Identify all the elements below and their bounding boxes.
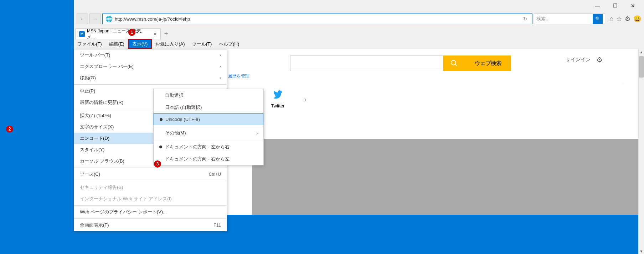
submenu-arrow-explorer: ›	[220, 64, 221, 69]
selected-bullet-utf8	[160, 118, 163, 121]
submenu-other-arrow: ›	[256, 131, 258, 136]
dropdown-item-source[interactable]: ソース(C) Ctrl+U	[74, 169, 227, 180]
minimize-button[interactable]: —	[589, 1, 606, 11]
separator-3	[74, 168, 227, 168]
submenu-separator	[154, 126, 263, 126]
back-button[interactable]: ←	[77, 14, 88, 24]
step-badge-3: 3	[154, 160, 161, 168]
refresh-icon[interactable]: ↻	[521, 16, 529, 22]
toolbar-icons: ⌂ ☆ ⚙ 😀	[607, 15, 641, 23]
menu-favorites[interactable]: お気に入り(A)	[152, 39, 188, 49]
scroll-down-button[interactable]: ▼	[639, 248, 644, 254]
menu-edit[interactable]: 編集(E)	[105, 39, 128, 49]
menu-view[interactable]: 表示(V)	[128, 39, 152, 49]
scroll-thumb[interactable]	[639, 56, 644, 78]
new-tab-button[interactable]: +	[161, 28, 171, 39]
submenu-item-ltr[interactable]: ドキュメントの方向 - 左から右	[154, 141, 263, 153]
dropdown-item-privacy-report[interactable]: Web ページのプライバシー レポート(V)...	[74, 206, 227, 218]
tab-label: MSN Japan - ニュース, 天気, メ...	[87, 28, 151, 40]
search-form: ウェブ検索	[290, 55, 511, 71]
dropdown-item-security-report: セキュリティ報告(S)	[74, 182, 227, 193]
menu-file[interactable]: ファイル(F)	[74, 39, 105, 49]
tab-close-button[interactable]: ✕	[153, 32, 157, 37]
more-links-arrow[interactable]: ›	[304, 95, 307, 104]
web-search-button[interactable]: ウェブ検索	[465, 55, 511, 71]
submenu-arrow-navigate: ›	[220, 75, 221, 80]
title-bar: — ❐ ✕	[74, 0, 644, 11]
dropdown-item-toolbar[interactable]: ツール バー(T) ›	[74, 49, 227, 61]
submenu-arrow-toolbar: ›	[220, 53, 221, 58]
bing-search-input[interactable]	[290, 55, 443, 71]
address-icon: 🌐	[105, 16, 113, 22]
home-icon[interactable]: ⌂	[609, 15, 613, 23]
submenu-item-other[interactable]: その他(M) ›	[154, 127, 263, 139]
submenu-item-rtl[interactable]: ドキュメントの方向 - 右から左	[154, 153, 263, 165]
address-bar[interactable]: 🌐 http://www.msn.com/ja-jp/?ocid=iehp ↻	[102, 14, 532, 24]
submenu-item-auto[interactable]: 自動選択	[154, 89, 263, 101]
twitter-label: Twitter	[271, 103, 284, 109]
dropdown-item-explorer-bar[interactable]: エクスプローラー バー(E) ›	[74, 61, 227, 72]
menu-tools[interactable]: ツール(T)	[189, 39, 216, 49]
separator-1	[74, 84, 227, 85]
close-button[interactable]: ✕	[625, 1, 641, 11]
search-placeholder: 検索...	[536, 16, 591, 22]
menu-bar: ファイル(F) 編集(E) 表示(V) お気に入り(A) ツール(T) ヘルプ(…	[74, 39, 644, 49]
step-badge-2: 2	[6, 126, 13, 133]
settings-gear-icon[interactable]: ⚙	[596, 55, 603, 64]
submenu-item-japanese-auto[interactable]: 日本語 (自動選択)	[154, 101, 263, 113]
dropdown-item-international: インターナショナル Web サイト アドレス(I)	[74, 193, 227, 205]
sign-in-area: サインイン ⚙	[566, 55, 603, 64]
gray-content-area	[252, 139, 638, 215]
tab-favicon: M	[79, 31, 85, 37]
quick-link-twitter[interactable]: Twitter	[264, 90, 292, 109]
step-badge-1: 1	[128, 29, 135, 36]
tab-bar: M MSN Japan - ニュース, 天気, メ... ✕ +	[74, 26, 644, 39]
star-icon[interactable]: ☆	[616, 15, 622, 23]
search-box[interactable]: 検索... 🔍	[534, 14, 605, 24]
separator-6	[74, 218, 227, 219]
encoding-submenu: 自動選択 日本語 (自動選択) Unicode (UTF-8) その他(M) ›…	[153, 89, 264, 165]
tab-msn[interactable]: M MSN Japan - ニュース, 天気, メ... ✕	[75, 28, 161, 39]
history-manage-link[interactable]: 履歴を管理	[228, 74, 249, 79]
restore-button[interactable]: ❐	[607, 1, 623, 11]
dropdown-item-fullscreen[interactable]: 全画面表示(F) F11	[74, 219, 227, 231]
submenu-separator-2	[154, 140, 263, 140]
selected-bullet-ltr	[159, 145, 162, 148]
address-text: http://www.msn.com/ja-jp/?ocid=iehp	[115, 16, 519, 22]
settings-icon[interactable]: ⚙	[625, 15, 630, 23]
dropdown-item-navigate[interactable]: 移動(G) ›	[74, 72, 227, 84]
scroll-up-button[interactable]: ▲	[639, 49, 644, 55]
sign-in-button[interactable]: サインイン	[566, 57, 591, 63]
submenu-item-utf8[interactable]: Unicode (UTF-8)	[154, 113, 263, 125]
bing-search-button[interactable]	[443, 55, 465, 71]
forward-button[interactable]: →	[89, 14, 101, 24]
scrollbar: ▲ ▼	[638, 49, 644, 254]
search-submit-button[interactable]: 🔍	[593, 14, 603, 24]
smiley-icon[interactable]: 😀	[633, 15, 641, 23]
twitter-icon	[273, 90, 283, 102]
menu-help[interactable]: ヘルプ(H)	[215, 39, 243, 49]
address-row: ← → 🌐 http://www.msn.com/ja-jp/?ocid=ieh…	[74, 11, 644, 26]
separator-4	[74, 181, 227, 181]
separator-5	[74, 205, 227, 206]
